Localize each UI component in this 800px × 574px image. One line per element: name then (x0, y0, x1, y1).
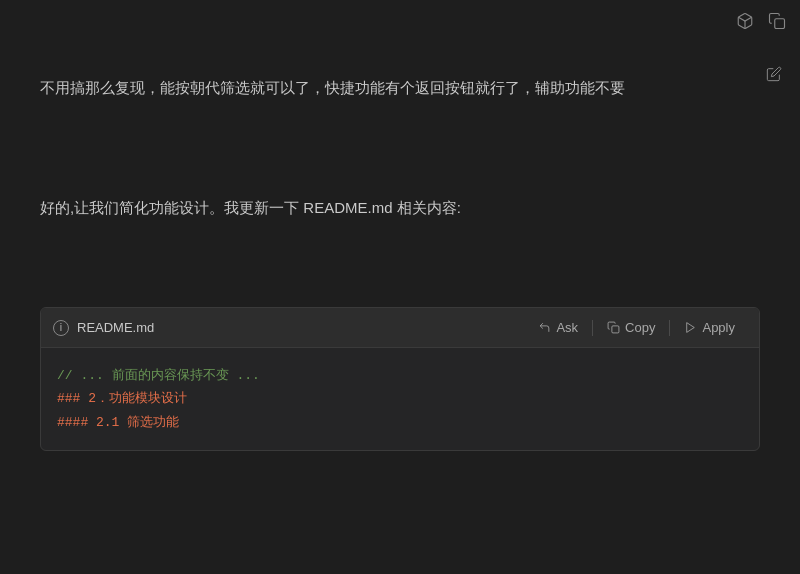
code-actions: Ask Copy Apply (526, 316, 747, 339)
copy-label: Copy (625, 320, 655, 335)
code-line-3: ### 2．功能模块设计 (57, 387, 743, 410)
info-icon: i (53, 320, 69, 336)
apply-label: Apply (702, 320, 735, 335)
divider-1 (592, 320, 593, 336)
apply-button[interactable]: Apply (672, 316, 747, 339)
filename-label: README.md (77, 320, 154, 335)
cube-icon[interactable] (734, 10, 756, 32)
code-content: // ... 前面的内容保持不变 ... ### 2．功能模块设计 #### 2… (41, 348, 759, 450)
code-header: i README.md Ask Copy (41, 308, 759, 348)
code-line-5: #### 2.1 筛选功能 (57, 411, 743, 434)
code-line-1: // ... 前面的内容保持不变 ... (57, 364, 743, 387)
svg-marker-3 (687, 323, 695, 333)
copy-button[interactable]: Copy (595, 316, 667, 339)
ai-message-text: 好的,让我们简化功能设计。我更新一下 README.md 相关内容: (40, 199, 461, 216)
ai-message: 好的,让我们简化功能设计。我更新一下 README.md 相关内容: (40, 195, 760, 221)
ask-button[interactable]: Ask (526, 316, 590, 339)
user-message: 不用搞那么复现，能按朝代筛选就可以了，快捷功能有个返回按钮就行了，辅助功能不要 (40, 75, 750, 101)
edit-icon[interactable] (760, 60, 788, 88)
code-filename: i README.md (53, 320, 154, 336)
ask-label: Ask (556, 320, 578, 335)
divider-2 (669, 320, 670, 336)
code-block: i README.md Ask Copy (40, 307, 760, 451)
user-message-text: 不用搞那么复现，能按朝代筛选就可以了，快捷功能有个返回按钮就行了，辅助功能不要 (40, 79, 625, 96)
copy-page-icon[interactable] (766, 10, 788, 32)
svg-rect-2 (612, 326, 619, 333)
svg-rect-1 (775, 19, 785, 29)
